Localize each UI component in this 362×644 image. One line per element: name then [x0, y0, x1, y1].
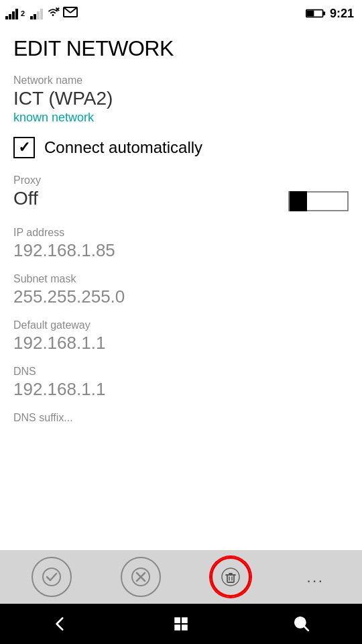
- dns-section: DNS 192.168.1.1: [13, 366, 349, 400]
- search-button[interactable]: [280, 608, 324, 639]
- dns-value: 192.168.1.1: [13, 379, 349, 400]
- cancel-button[interactable]: [121, 557, 161, 597]
- svg-rect-14: [227, 575, 234, 582]
- connect-auto-checkbox[interactable]: ✓: [13, 137, 35, 158]
- subnet-value: 255.255.255.0: [13, 286, 349, 307]
- back-icon: [52, 615, 69, 633]
- bottom-toolbar: ...: [0, 550, 362, 604]
- trash-icon: [221, 568, 240, 586]
- svg-point-13: [222, 568, 239, 586]
- svg-point-9: [43, 568, 60, 586]
- proxy-section: Proxy Off: [13, 174, 349, 213]
- connect-auto-label: Connect automatically: [44, 138, 202, 157]
- checkmark-icon: ✓: [18, 139, 30, 156]
- status-right: 9:21: [306, 7, 354, 21]
- gateway-section: Default gateway 192.168.1.1: [13, 319, 349, 354]
- svg-rect-21: [174, 625, 180, 631]
- proxy-right: [288, 189, 349, 213]
- svg-rect-20: [182, 617, 188, 623]
- wifi-icon: [46, 6, 60, 21]
- signal-icon-1: [5, 7, 18, 19]
- more-button[interactable]: ...: [300, 561, 330, 593]
- known-network-link[interactable]: known network: [13, 111, 349, 125]
- nav-bar: [0, 604, 362, 644]
- proxy-value: Off: [13, 188, 41, 209]
- svg-line-4: [64, 7, 70, 13]
- network-type-badge: 2: [21, 9, 25, 17]
- network-name-section: Network name ICT (WPA2) known network: [13, 74, 349, 125]
- page-title: EDIT NETWORK: [13, 36, 349, 61]
- subnet-section: Subnet mask 255.255.255.0: [13, 273, 349, 307]
- proxy-left: Proxy Off: [13, 174, 41, 211]
- signal-icon-2: [30, 7, 43, 19]
- page-content: EDIT NETWORK Network name ICT (WPA2) kno…: [0, 27, 362, 424]
- confirm-button[interactable]: [32, 557, 72, 597]
- svg-rect-22: [182, 625, 188, 631]
- svg-line-5: [70, 7, 77, 13]
- svg-line-24: [304, 626, 308, 631]
- back-button[interactable]: [38, 608, 82, 639]
- svg-point-0: [52, 14, 54, 16]
- status-icons: 2: [5, 6, 78, 21]
- proxy-label: Proxy: [13, 174, 41, 186]
- home-button[interactable]: [159, 608, 203, 639]
- toggle-thumb: [290, 191, 307, 211]
- gateway-label: Default gateway: [13, 319, 349, 331]
- connect-auto-row: ✓ Connect automatically: [13, 137, 349, 158]
- status-bar: 2: [0, 0, 362, 27]
- confirm-icon: [42, 568, 61, 586]
- subnet-label: Subnet mask: [13, 273, 349, 285]
- svg-rect-7: [307, 11, 314, 17]
- svg-rect-8: [323, 11, 326, 15]
- gateway-value: 192.168.1.1: [13, 333, 349, 354]
- network-name-value: ICT (WPA2): [13, 88, 349, 109]
- ip-value: 192.168.1.85: [13, 240, 349, 261]
- toggle-track: [288, 191, 349, 211]
- delete-button[interactable]: [210, 557, 251, 597]
- dns-suffix-partial: DNS suffix...: [13, 412, 349, 424]
- clock: 9:21: [330, 7, 354, 21]
- cancel-icon: [131, 568, 150, 586]
- windows-icon: [172, 615, 190, 633]
- battery-icon: [306, 8, 326, 19]
- ip-label: IP address: [13, 227, 349, 239]
- search-icon: [293, 615, 310, 633]
- ip-address-section: IP address 192.168.1.85: [13, 227, 349, 261]
- messages-icon: [63, 7, 78, 20]
- svg-rect-19: [174, 617, 180, 623]
- dns-label: DNS: [13, 366, 349, 378]
- network-name-label: Network name: [13, 74, 349, 87]
- proxy-toggle[interactable]: [288, 189, 349, 213]
